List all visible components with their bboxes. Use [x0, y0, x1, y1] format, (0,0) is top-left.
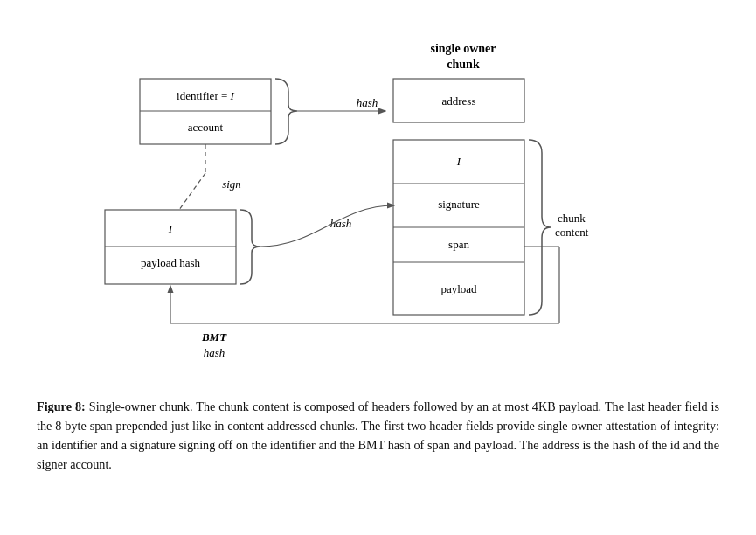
title-line1: single owner: [430, 42, 496, 55]
payload-label: payload: [440, 282, 477, 295]
sign-label: sign: [222, 177, 241, 191]
hash1-label: hash: [357, 96, 378, 109]
I-bottom-label: I: [168, 222, 173, 235]
payload-hash-label: payload hash: [141, 256, 201, 269]
diagram-svg: single owner chunk identifier = I accoun…: [35, 17, 721, 393]
identifier-label: identifier = I: [177, 89, 234, 102]
bmt-label: BMT: [201, 330, 227, 344]
title-line2: chunk: [447, 58, 480, 71]
chunk-content-label1: chunk: [558, 212, 586, 225]
account-label: account: [188, 121, 224, 134]
brace-left-bottom: [240, 210, 260, 284]
I-cell-label: I: [456, 155, 461, 168]
caption-text: Single-owner chunk. The chunk content is…: [37, 400, 719, 471]
span-label: span: [448, 238, 469, 251]
arrow-hash2: [260, 205, 393, 247]
brace-left-top: [275, 79, 297, 144]
diagram: single owner chunk identifier = I accoun…: [35, 17, 721, 393]
address-label: address: [442, 94, 476, 108]
brace-right-content: [529, 140, 551, 315]
chunk-content-label2: content: [555, 226, 589, 239]
page: single owner chunk identifier = I accoun…: [0, 0, 756, 535]
caption: Figure 8: Single-owner chunk. The chunk …: [35, 397, 721, 474]
signature-label: signature: [438, 198, 480, 211]
bmt-hash-label: hash: [204, 346, 225, 359]
caption-label: Figure 8:: [37, 400, 86, 413]
dashed-diagonal: [179, 173, 205, 210]
